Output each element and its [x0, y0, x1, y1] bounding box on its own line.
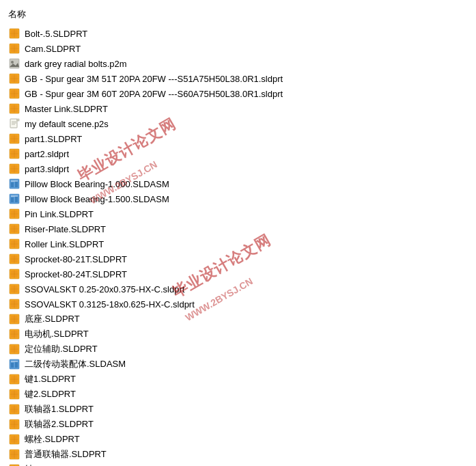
file-name-label: 底座.SLDPRT: [25, 313, 80, 325]
file-name-label: Bolt-.5.SLDPRT: [25, 29, 87, 39]
svg-rect-92: [11, 361, 18, 362]
part-icon: [8, 418, 20, 430]
svg-rect-91: [15, 361, 18, 368]
list-item[interactable]: Pillow Block Bearing-1.000.SLDASM: [0, 176, 476, 191]
list-item[interactable]: Bolt-.5.SLDPRT: [0, 26, 476, 41]
list-item[interactable]: 二级传动装配体.SLDASM: [0, 357, 476, 372]
part-icon: [8, 238, 20, 250]
list-item[interactable]: 定位辅助.SLDPRT: [0, 342, 476, 357]
svg-rect-47: [15, 196, 18, 202]
part-icon: [8, 448, 20, 461]
svg-rect-46: [11, 197, 14, 202]
svg-rect-23: [10, 119, 17, 128]
svg-rect-42: [11, 182, 14, 187]
list-item[interactable]: dark grey radial bolts.p2m: [0, 56, 476, 71]
header-row: 名称: [0, 5, 476, 26]
file-name-label: 联轴器1.SLDPRT: [25, 403, 94, 415]
file-name-label: part1.SLDPRT: [25, 134, 82, 144]
list-item[interactable]: Cam.SLDPRT: [0, 41, 476, 56]
part-icon: [8, 42, 20, 55]
list-item[interactable]: 底座.SLDPRT: [0, 312, 476, 327]
part-icon: [8, 373, 20, 385]
part-icon: [8, 223, 20, 235]
assembly-icon: [8, 178, 20, 190]
file-name-label: Pin Link.SLDPRT: [25, 209, 94, 219]
list-item[interactable]: 电动机.SLDPRT: [0, 327, 476, 342]
part-icon: [8, 463, 20, 466]
list-item[interactable]: GB - Spur gear 3M 60T 20PA 20FW ---S60A7…: [0, 86, 476, 101]
list-item[interactable]: Sprocket-80-21T.SLDPRT: [0, 251, 476, 266]
list-item[interactable]: 键2.SLDPRT: [0, 387, 476, 402]
file-name-label: 联轴器2.SLDPRT: [25, 418, 94, 430]
file-name-label: dark grey radial bolts.p2m: [25, 59, 127, 69]
part-icon: [8, 343, 20, 355]
svg-rect-25: [17, 119, 19, 121]
list-item[interactable]: part1.SLDPRT: [0, 131, 476, 146]
list-item[interactable]: 螺栓.SLDPRT: [0, 432, 476, 447]
file-name-label: 电动机.SLDPRT: [25, 328, 89, 340]
file-name-label: 轴.SLDPRT: [25, 463, 71, 466]
file-name-label: Cam.SLDPRT: [25, 44, 81, 54]
list-item[interactable]: SSOVALSKT 0.25-20x0.375-HX-C.sldprt: [0, 282, 476, 297]
file-name-label: 定位辅助.SLDPRT: [25, 343, 98, 355]
part-icon: [8, 313, 20, 325]
file-name-label: SSOVALSKT 0.3125-18x0.625-HX-C.sldprt: [25, 299, 195, 310]
svg-rect-43: [15, 181, 18, 187]
file-name-label: part3.sldprt: [25, 164, 69, 174]
list-item[interactable]: 键1.SLDPRT: [0, 372, 476, 387]
part-icon: [8, 388, 20, 400]
file-name-label: Master Link.SLDPRT: [25, 104, 108, 114]
list-item[interactable]: Pillow Block Bearing-1.500.SLDASM: [0, 191, 476, 206]
part-icon: [8, 102, 20, 115]
list-item[interactable]: Roller Link.SLDPRT: [0, 236, 476, 251]
part-icon: [8, 253, 20, 265]
svg-rect-44: [11, 180, 18, 182]
file-name-label: Riser-Plate.SLDPRT: [25, 224, 106, 234]
file-name-label: GB - Spur gear 3M 51T 20PA 20FW ---S51A7…: [25, 74, 283, 84]
scene-icon: [8, 57, 20, 70]
list-item[interactable]: part2.sldprt: [0, 146, 476, 161]
name-column-header: 名称: [8, 8, 63, 20]
list-item[interactable]: Riser-Plate.SLDPRT: [0, 221, 476, 236]
file-name-label: Sprocket-80-21T.SLDPRT: [25, 254, 127, 264]
list-item[interactable]: my default scene.p2s: [0, 116, 476, 131]
file-name-label: GB - Spur gear 3M 60T 20PA 20FW ---S60A7…: [25, 89, 283, 99]
file-browser[interactable]: 名称 Bolt-.5.SLDPRT Cam.SLDPRT dark grey r…: [0, 0, 476, 466]
file-name-label: Pillow Block Bearing-1.000.SLDASM: [25, 179, 169, 189]
file-name-label: 螺栓.SLDPRT: [25, 433, 80, 446]
svg-rect-90: [11, 363, 14, 368]
file-name-label: Roller Link.SLDPRT: [25, 239, 104, 249]
part-icon: [8, 163, 20, 175]
file-list: Bolt-.5.SLDPRT Cam.SLDPRT dark grey radi…: [0, 26, 476, 466]
part-icon: [8, 328, 20, 340]
file-name-label: Sprocket-80-24T.SLDPRT: [25, 269, 127, 279]
list-item[interactable]: Pin Link.SLDPRT: [0, 206, 476, 221]
file-name-label: 键2.SLDPRT: [25, 388, 76, 400]
part-icon: [8, 27, 20, 40]
part-icon: [8, 148, 20, 160]
list-item[interactable]: 普通联轴器.SLDPRT: [0, 447, 476, 462]
file-name-label: Pillow Block Bearing-1.500.SLDASM: [25, 194, 169, 204]
list-item[interactable]: Master Link.SLDPRT: [0, 101, 476, 116]
part-icon: [8, 208, 20, 220]
list-item[interactable]: SSOVALSKT 0.3125-18x0.625-HX-C.sldprt: [0, 297, 476, 312]
file-name-label: 普通联轴器.SLDPRT: [25, 448, 107, 461]
list-item[interactable]: Sprocket-80-24T.SLDPRT: [0, 266, 476, 282]
list-item[interactable]: GB - Spur gear 3M 51T 20PA 20FW ---S51A7…: [0, 71, 476, 86]
svg-rect-48: [11, 195, 18, 197]
assembly-icon: [8, 193, 20, 205]
list-item[interactable]: part3.sldprt: [0, 161, 476, 176]
list-item[interactable]: 联轴器1.SLDPRT: [0, 402, 476, 417]
list-item[interactable]: 联轴器2.SLDPRT: [0, 417, 476, 432]
file-name-label: 键1.SLDPRT: [25, 373, 76, 385]
part-icon: [8, 87, 20, 100]
file-name-label: SSOVALSKT 0.25-20x0.375-HX-C.sldprt: [25, 284, 184, 294]
generic-icon: [8, 118, 20, 130]
file-name-label: 二级传动装配体.SLDASM: [25, 358, 126, 370]
part-icon: [8, 268, 20, 280]
part-icon: [8, 403, 20, 415]
file-name-label: my default scene.p2s: [25, 119, 109, 129]
part-icon: [8, 72, 20, 85]
list-item[interactable]: 轴.SLDPRT: [0, 462, 476, 466]
assembly-icon: [8, 358, 20, 370]
